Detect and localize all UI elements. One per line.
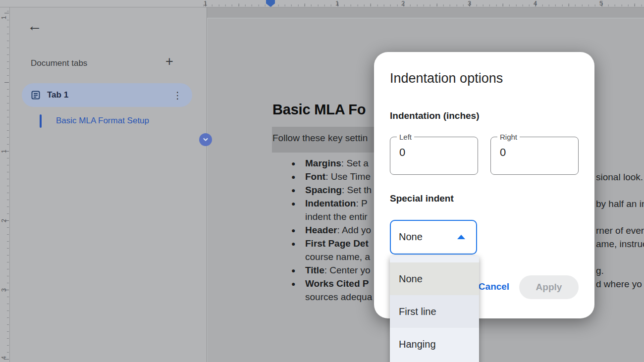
add-tab-icon[interactable]: +	[165, 55, 173, 68]
doc-text-row: indent the entir	[305, 210, 368, 223]
document-tabs-sidebar: ← Document tabs + Tab 1 ⋮ Basic MLA Form…	[10, 7, 207, 362]
left-indent-field[interactable]: Left 0	[390, 137, 478, 175]
outline-item-heading[interactable]: Basic MLA Format Setup	[56, 116, 149, 126]
doc-text-fragment: ame, instruc	[596, 237, 644, 251]
ruler-number: 1	[0, 14, 7, 21]
doc-bullet-row: ●Margins: Set a	[291, 156, 369, 170]
tab-label: Tab 1	[47, 90, 68, 100]
doc-bullet-row: ●Spacing: Set th	[291, 183, 372, 197]
doc-text-fragment: sional look.	[596, 170, 643, 184]
ruler-ticks	[4, 7, 9, 362]
sidebar-title: Document tabs	[31, 58, 87, 68]
doc-bullet-row: ●Font: Use Time	[291, 170, 371, 184]
special-indent-select[interactable]: None	[390, 220, 477, 255]
doc-text-row: course name, a	[305, 250, 370, 263]
outline-indicator-bar	[40, 114, 42, 128]
chevron-down-icon	[202, 136, 209, 143]
special-indent-label: Special indent	[390, 193, 454, 204]
bullet-icon: ●	[291, 277, 305, 291]
bullet-icon: ●	[291, 170, 305, 184]
bullet-icon: ●	[291, 264, 305, 277]
ruler-number: 5	[599, 0, 603, 7]
back-arrow-icon[interactable]: ←	[27, 18, 42, 33]
ruler-number: 1	[335, 0, 339, 7]
ruler-number: 4	[534, 0, 537, 7]
doc-bullet-row: ●Title: Center yo	[291, 263, 371, 277]
document-icon	[31, 90, 41, 100]
sidebar-item-tab1[interactable]: Tab 1 ⋮	[22, 83, 192, 107]
apply-button[interactable]: Apply	[519, 275, 579, 299]
ruler-number: 3	[0, 287, 7, 294]
tab-options-icon[interactable]: ⋮	[173, 90, 182, 101]
left-field-value[interactable]: 0	[399, 146, 405, 159]
document-heading: Basic MLA Fo	[272, 102, 366, 118]
ruler-number: 3	[468, 0, 471, 7]
highlighted-text: Follow these key settin	[272, 133, 368, 144]
bullet-icon: ●	[291, 157, 305, 170]
horizontal-ruler[interactable]: 1 1 2 3 4 5	[0, 0, 644, 7]
doc-text-fragment: by half an in	[596, 197, 644, 210]
doc-bullet-row: ●Works Cited P	[291, 277, 369, 291]
sidebar-collapse-button[interactable]	[199, 133, 212, 146]
doc-bullet-row: ●First Page Det	[291, 237, 369, 251]
ruler-number: 4	[0, 355, 7, 362]
doc-bullet-row: ●Header: Add yo	[291, 223, 371, 237]
left-field-label: Left	[397, 133, 414, 141]
doc-bullet-row: ●Indentation: P	[291, 197, 368, 210]
menu-item-first-line[interactable]: First line	[390, 295, 479, 328]
right-field-value[interactable]: 0	[500, 146, 506, 159]
right-field-label: Right	[497, 133, 520, 141]
doc-text-fragment: d where yo	[596, 277, 642, 291]
menu-item-none[interactable]: None	[390, 262, 479, 295]
doc-text-fragment: g.	[596, 264, 604, 277]
ruler-number: 2	[401, 0, 405, 7]
indentation-section-label: Indentation (inches)	[390, 110, 480, 121]
right-indent-field[interactable]: Right 0	[490, 137, 579, 175]
highlighted-paragraph: Follow these key settin	[272, 127, 377, 153]
bullet-icon: ●	[291, 197, 305, 210]
bullet-icon: ●	[291, 237, 305, 251]
doc-text-fragment: rner of ever	[596, 224, 644, 237]
dialog-title: Indentation options	[390, 71, 503, 86]
ruler-number: 1	[0, 148, 7, 155]
ruler-number: 1	[204, 0, 207, 7]
select-value: None	[399, 231, 423, 243]
ruler-number: 2	[0, 217, 7, 224]
bullet-icon: ●	[291, 184, 305, 197]
vertical-ruler[interactable]: 1 1 2 3 4	[0, 7, 10, 362]
doc-text-row: sources adequa	[305, 290, 372, 304]
special-indent-menu: None First line Hanging	[390, 256, 479, 362]
caret-up-icon	[457, 235, 465, 239]
app-window: 1 1 2 3 4 5 1 1 2 3 4 Basic MLA Fo Follo…	[0, 0, 644, 362]
bullet-icon: ●	[291, 224, 305, 237]
menu-item-hanging[interactable]: Hanging	[390, 328, 479, 361]
